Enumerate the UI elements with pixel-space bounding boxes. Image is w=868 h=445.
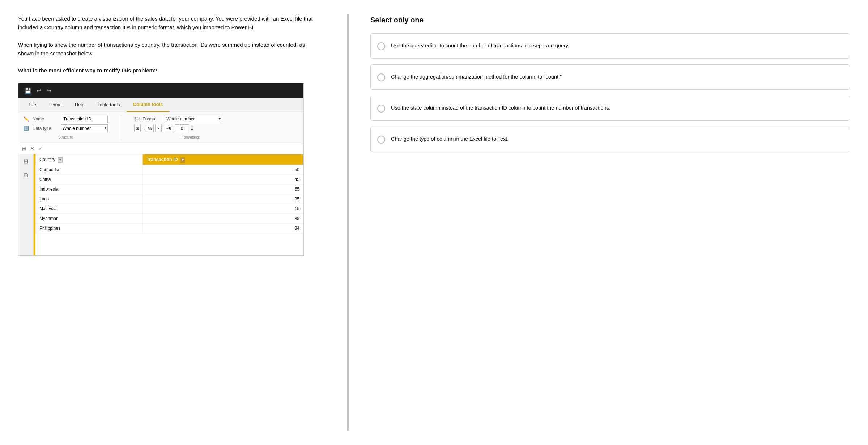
table-row: China 45 (36, 175, 303, 185)
tilde-icon: ~ (142, 125, 144, 131)
country-filter-icon[interactable]: ▾ (58, 157, 63, 163)
formatting-label: Formatting (134, 134, 246, 140)
datatype-icon: 🔢 (24, 125, 29, 132)
menu-help[interactable]: Help (68, 98, 91, 112)
cell-value: 85 (143, 214, 303, 224)
option-text-1: Use the query editor to count the number… (391, 42, 569, 50)
table-row: Laos 35 (36, 194, 303, 204)
decimal-input[interactable] (175, 124, 189, 132)
cell-value: 84 (143, 224, 303, 233)
name-icon: ✏️ (24, 116, 29, 122)
pbi-format-controls: $ ~ % 9 →0 ▲ ▼ (134, 124, 246, 132)
option-text-2: Change the aggregation/summarization met… (391, 73, 562, 81)
cell-country: Philippines (36, 224, 143, 233)
powerbi-screenshot: 💾 ↩ ↪ File Home Help Table tools Column … (18, 83, 304, 256)
datatype-select-wrap: Whole number (61, 124, 108, 132)
menu-table-tools[interactable]: Table tools (91, 98, 126, 112)
redo-icon: ↪ (46, 86, 51, 95)
transid-filter-icon[interactable]: ▾ (180, 157, 185, 163)
pbi-menu-bar: File Home Help Table tools Column tools (18, 98, 303, 112)
menu-column-tools[interactable]: Column tools (127, 98, 170, 112)
radio-2[interactable] (377, 73, 385, 81)
table-icon: ⊞ (22, 145, 26, 152)
table-row: Cambodia 50 (36, 165, 303, 175)
decimal-stepper[interactable]: ▲ ▼ (191, 125, 193, 131)
transid-label: Transaction ID (146, 157, 178, 162)
cell-country: Myanmar (36, 214, 143, 224)
radio-1[interactable] (377, 42, 385, 50)
cell-value: 45 (143, 175, 303, 185)
ribbon-divider (121, 115, 121, 140)
pbi-left-icons: ⊞ ⧉ (18, 154, 34, 255)
table-view-icon[interactable]: ⊞ (24, 157, 28, 166)
right-panel: Select only one Use the query editor to … (363, 14, 850, 431)
cancel-formula-icon[interactable]: ✕ (30, 145, 34, 152)
menu-file[interactable]: File (22, 98, 43, 112)
table-row: Malaysia 15 (36, 204, 303, 214)
stepper-down-icon[interactable]: ▼ (191, 128, 193, 131)
cell-country: Laos (36, 194, 143, 204)
cell-country: Malaysia (36, 204, 143, 214)
cell-country: China (36, 175, 143, 185)
menu-home[interactable]: Home (43, 98, 68, 112)
pbi-table-area: ⊞ ⧉ Country ▾ (18, 154, 303, 255)
option-text-4: Change the type of column in the Excel f… (391, 135, 509, 143)
percent-btn[interactable]: % (146, 125, 154, 132)
confirm-formula-icon[interactable]: ✓ (38, 145, 42, 152)
option-card-4[interactable]: Change the type of column in the Excel f… (370, 127, 850, 152)
format-dropdown[interactable]: Whole number ▾ (165, 115, 222, 123)
undo-icon: ↩ (37, 86, 41, 95)
comma-btn[interactable]: 9 (155, 125, 162, 132)
radio-3[interactable] (377, 105, 385, 113)
datatype-select[interactable]: Whole number (61, 124, 108, 132)
table-row: Indonesia 65 (36, 185, 303, 194)
cell-country: Indonesia (36, 185, 143, 194)
left-panel: You have been asked to create a visualiz… (18, 14, 333, 431)
cell-country: Cambodia (36, 165, 143, 175)
model-view-icon[interactable]: ⧉ (24, 171, 28, 179)
col-transaction-id: Transaction ID ▾ (143, 154, 303, 165)
format-icon: $% (134, 116, 140, 122)
option-card-1[interactable]: Use the query editor to count the number… (370, 33, 850, 59)
table-row: Myanmar 85 (36, 214, 303, 224)
select-only-one-title: Select only one (370, 14, 850, 25)
option-card-2[interactable]: Change the aggregation/summarization met… (370, 64, 850, 90)
question-text: What is the most efficient way to rectif… (18, 67, 318, 75)
format-value: Whole number (166, 116, 195, 122)
cell-value: 15 (143, 204, 303, 214)
country-label: Country (39, 157, 55, 162)
pbi-format-row: $% Format Whole number ▾ (134, 115, 246, 123)
option-text-3: Use the state column instead of the tran… (391, 104, 610, 112)
name-label: Name (33, 116, 58, 122)
pbi-datatype-row: 🔢 Data type Whole number (24, 124, 108, 132)
datatype-label: Data type (33, 125, 58, 132)
cell-value: 35 (143, 194, 303, 204)
cell-value: 50 (143, 165, 303, 175)
radio-4[interactable] (377, 136, 385, 144)
pbi-formula-bar: ⊞ ✕ ✓ (18, 143, 303, 154)
structure-label: Structure (24, 134, 108, 140)
col-country: Country ▾ (36, 154, 143, 165)
pbi-ribbon-structure-group: ✏️ Name 🔢 Data type Whole number St (24, 115, 108, 140)
paragraph2: When trying to show the number of transa… (18, 41, 318, 58)
decimal-inc-btn[interactable]: →0 (163, 125, 173, 132)
dollar-btn[interactable]: $ (134, 125, 141, 132)
pbi-titlebar: 💾 ↩ ↪ (18, 83, 303, 98)
save-icon: 💾 (24, 86, 31, 95)
format-label: Format (142, 116, 162, 122)
table-header: Country ▾ Transaction ID ▾ (36, 154, 303, 165)
pbi-name-row: ✏️ Name (24, 115, 108, 123)
paragraph1: You have been asked to create a visualiz… (18, 14, 318, 32)
option-card-3[interactable]: Use the state column instead of the tran… (370, 96, 850, 121)
data-table: Country ▾ Transaction ID ▾ (35, 154, 303, 234)
table-body: Cambodia 50 China 45 Indonesia 65 (36, 165, 303, 233)
name-input[interactable] (61, 115, 108, 123)
stepper-up-icon[interactable]: ▲ (191, 125, 193, 128)
pbi-ribbon: ✏️ Name 🔢 Data type Whole number St (18, 112, 303, 143)
vertical-divider (347, 14, 349, 431)
cell-value: 65 (143, 185, 303, 194)
pbi-table-container: Country ▾ Transaction ID ▾ (35, 154, 303, 255)
pbi-ribbon-format-group: $% Format Whole number ▾ $ ~ % 9 →0 (134, 115, 246, 140)
table-row: Philippines 84 (36, 224, 303, 233)
dropdown-arrow-icon: ▾ (219, 116, 221, 122)
